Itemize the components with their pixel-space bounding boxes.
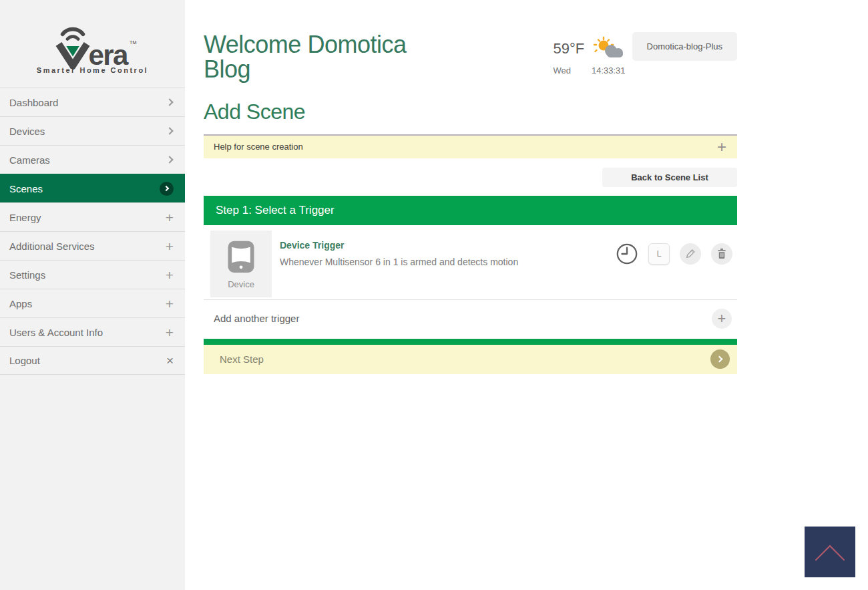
pencil-icon [685, 248, 696, 259]
edit-trigger-button[interactable] [680, 243, 701, 265]
plus-icon [166, 239, 174, 253]
add-trigger-plus-button[interactable] [712, 309, 732, 329]
chevron-right-icon [166, 98, 173, 106]
trigger-type-label: Device [228, 279, 254, 289]
schedule-clock-button[interactable] [616, 243, 638, 265]
add-another-trigger[interactable]: Add another trigger [204, 300, 737, 337]
sidebar-item-label: Energy [9, 212, 41, 223]
weekday-label: Wed [554, 65, 572, 76]
controller-select-button[interactable]: Domotica-blog-Plus [632, 32, 737, 61]
sidebar-item-scenes[interactable]: Scenes [0, 174, 185, 202]
sidebar-item-label: Scenes [9, 183, 43, 194]
chevron-right-circle-icon [160, 182, 174, 196]
expand-plus-icon[interactable] [717, 139, 726, 155]
sidebar-nav: Dashboard Devices Cameras Scenes Energy … [0, 88, 185, 375]
next-step-green-strip [204, 339, 737, 345]
weather-widget: 59°F [554, 36, 626, 76]
next-step-section: Next Step [204, 339, 737, 374]
plus-icon [166, 325, 174, 339]
brand-tagline: Smarter Home Control [37, 66, 148, 74]
wifi-arc-outer-icon [62, 29, 83, 34]
plus-icon [166, 268, 174, 282]
sidebar-item-users-account[interactable]: Users & Account Info [0, 317, 185, 346]
trigger-description: Whenever Multisensor 6 in 1 is armed and… [280, 257, 616, 267]
sidebar-item-dashboard[interactable]: Dashboard [0, 88, 185, 116]
chevron-right-icon [716, 356, 722, 363]
back-row: Back to Scene List [204, 168, 737, 187]
sidebar-item-cameras[interactable]: Cameras [0, 145, 185, 174]
sidebar: era TM Smarter Home Control Dashboard De… [0, 0, 185, 590]
sidebar-item-additional-services[interactable]: Additional Services [0, 231, 185, 260]
trigger-type-tile: Device [210, 231, 272, 297]
app-window: era TM Smarter Home Control Dashboard De… [0, 0, 868, 590]
sidebar-item-energy[interactable]: Energy [0, 202, 185, 231]
sidebar-item-label: Devices [9, 126, 45, 137]
sidebar-item-label: Settings [9, 269, 45, 281]
vera-logo-graphic: era TM [42, 23, 144, 69]
step-header: Step 1: Select a Trigger [204, 196, 737, 225]
device-icon [224, 239, 258, 277]
back-to-scene-list-button[interactable]: Back to Scene List [602, 168, 737, 187]
chevron-right-icon [166, 156, 173, 163]
next-step-label: Next Step [220, 353, 264, 365]
vera-logo: era TM Smarter Home Control [0, 0, 185, 88]
wifi-arc-inner-icon [67, 36, 77, 39]
top-right-cluster: 59°F [554, 32, 737, 76]
chevron-right-icon [166, 127, 173, 134]
delete-trigger-button[interactable] [711, 243, 732, 265]
sidebar-item-devices[interactable]: Devices [0, 116, 185, 145]
step-title: Step 1: Select a Trigger [216, 204, 335, 217]
trigger-row: Device Device Trigger Whenever Multisens… [204, 225, 737, 300]
sidebar-item-label: Additional Services [9, 241, 95, 252]
trademark-mark: TM [130, 39, 136, 45]
add-trigger-label: Add another trigger [214, 313, 299, 324]
main-content: Welcome Domotica Blog 59°F [185, 0, 868, 590]
page-title: Add Scene [204, 100, 737, 124]
welcome-heading: Welcome Domotica Blog [204, 32, 457, 82]
weather-temperature: 59°F [554, 40, 585, 57]
clock-icon [616, 243, 638, 265]
trigger-info: Device Trigger Whenever Multisensor 6 in… [280, 231, 616, 267]
sidebar-item-settings[interactable]: Settings [0, 260, 185, 289]
sidebar-item-label: Cameras [9, 154, 50, 166]
sidebar-item-logout[interactable]: Logout [0, 346, 185, 375]
plus-icon [166, 297, 174, 311]
trigger-actions: L [616, 243, 737, 265]
luup-code-button[interactable]: L [648, 243, 670, 265]
top-bar: Welcome Domotica Blog 59°F [204, 32, 737, 82]
sidebar-item-label: Dashboard [9, 97, 58, 108]
scroll-to-top-button[interactable] [805, 527, 855, 577]
next-step-bar[interactable]: Next Step [204, 345, 737, 374]
trash-icon [716, 248, 727, 259]
wordmark-era: era [88, 39, 129, 68]
help-accordion[interactable]: Help for scene creation [204, 134, 737, 158]
sidebar-item-apps[interactable]: Apps [0, 289, 185, 317]
sidebar-item-label: Logout [9, 355, 40, 366]
partly-cloudy-icon [591, 36, 626, 61]
sidebar-item-label: Users & Account Info [9, 327, 103, 338]
close-icon [166, 354, 174, 367]
chevron-up-icon [810, 540, 850, 564]
clock-time: 14:33:31 [592, 65, 626, 76]
trigger-name-link[interactable]: Device Trigger [280, 240, 616, 251]
sidebar-item-label: Apps [9, 298, 32, 309]
help-label: Help for scene creation [214, 142, 303, 152]
plus-icon [166, 210, 174, 225]
next-step-button[interactable] [710, 349, 730, 369]
